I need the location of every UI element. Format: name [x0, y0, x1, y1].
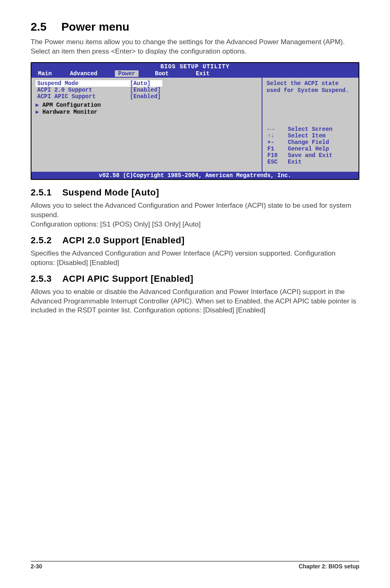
- key-icon: +-: [267, 139, 278, 146]
- subsection-heading: 2.5.1Suspend Mode [Auto]: [31, 187, 359, 198]
- bios-item-acpi-20[interactable]: ACPI 2.0 Support [Enabled]: [36, 87, 162, 93]
- chapter-label: Chapter 2: BIOS setup: [298, 563, 359, 570]
- subsection-heading: 2.5.3ACPI APIC Support [Enabled]: [31, 274, 359, 284]
- bios-tab-exit[interactable]: Exit: [179, 70, 220, 77]
- key-desc: Select Item: [287, 132, 333, 139]
- body-paragraph: Specifies the Advanced Configuration and…: [31, 249, 359, 268]
- bios-item-label: Suspend Mode: [36, 80, 97, 87]
- body-paragraph: Configuration options: [S1 (POS) Only] […: [31, 220, 359, 229]
- key-desc: Change Field: [287, 139, 333, 146]
- intro-paragraph: The Power menu items allow you to change…: [31, 38, 359, 56]
- subsection-title: Suspend Mode [Auto]: [62, 187, 159, 197]
- bios-subitem-hwmon[interactable]: ▶ Hardware Monitor: [36, 108, 258, 115]
- bios-subitem-label: APM Configuration: [43, 102, 101, 108]
- heading-text: Power menu: [61, 20, 129, 33]
- bios-item-label: ACPI APIC Support: [36, 93, 97, 100]
- key-icon: ↑↓: [267, 132, 278, 139]
- subsection-number: 2.5.3: [31, 274, 52, 284]
- bios-right-pane: Select the ACPI state used for System Su…: [262, 78, 359, 172]
- bios-tab-main[interactable]: Main: [34, 70, 66, 77]
- triangle-icon: ▶: [36, 109, 43, 115]
- bios-subitem-apm[interactable]: ▶ APM Configuration: [36, 100, 258, 108]
- key-desc: Save and Exit: [287, 152, 333, 159]
- bios-left-pane: Suspend Mode [Auto] ACPI 2.0 Support [En…: [31, 78, 262, 172]
- bios-key-legend: ←→ Select Screen ↑↓ Select Item +- Chang…: [267, 126, 354, 169]
- key-icon: ESC: [267, 159, 278, 165]
- bios-item-acpi-apic[interactable]: ACPI APIC Support [Enabled]: [36, 93, 162, 100]
- bios-item-label: ACPI 2.0 Support: [36, 87, 97, 93]
- subsection-number: 2.5.2: [31, 235, 52, 246]
- key-desc: Select Screen: [287, 126, 333, 132]
- subsection-number: 2.5.1: [31, 187, 52, 198]
- bios-item-value: [Auto]: [97, 80, 163, 87]
- subsection-title: ACPI APIC Support [Enabled]: [62, 274, 193, 284]
- bios-footer: v02.58 (C)Copyright 1985-2004, American …: [31, 172, 359, 179]
- bios-item-suspend-mode[interactable]: Suspend Mode [Auto]: [36, 80, 162, 87]
- bios-help-text: Select the ACPI state used for System Su…: [267, 80, 354, 94]
- key-icon: F10: [267, 152, 278, 159]
- bios-tab-boot[interactable]: Boot: [139, 70, 179, 77]
- page-number: 2-30: [31, 563, 42, 570]
- bios-body: Suspend Mode [Auto] ACPI 2.0 Support [En…: [31, 78, 359, 172]
- subsection-heading: 2.5.2ACPI 2.0 Support [Enabled]: [31, 235, 359, 246]
- key-icon: ←→: [267, 126, 278, 132]
- key-icon: F1: [267, 146, 278, 152]
- bios-subitem-label: Hardware Monitor: [43, 109, 97, 115]
- subsection-title: ACPI 2.0 Support [Enabled]: [62, 235, 184, 245]
- heading-number: 2.5: [31, 20, 47, 34]
- key-desc: General Help: [287, 146, 333, 152]
- bios-item-value: [Enabled]: [97, 87, 163, 93]
- triangle-icon: ▶: [36, 102, 43, 108]
- key-desc: Exit: [287, 159, 333, 165]
- page-title: 2.5Power menu: [31, 20, 359, 34]
- bios-screenshot: BIOS SETUP UTILITY Main Advanced Power B…: [31, 62, 359, 180]
- bios-item-value: [Enabled]: [97, 93, 163, 100]
- bios-title: BIOS SETUP UTILITY: [31, 63, 359, 70]
- body-paragraph: Allows you to enable or disable the Adva…: [31, 287, 359, 316]
- page-footer: 2-30 Chapter 2: BIOS setup: [31, 561, 359, 570]
- bios-tab-advanced[interactable]: Advanced: [66, 70, 115, 77]
- bios-tab-bar: Main Advanced Power Boot Exit: [31, 70, 359, 78]
- body-paragraph: Allows you to select the Advanced Config…: [31, 201, 359, 220]
- bios-tab-power[interactable]: Power: [115, 70, 139, 77]
